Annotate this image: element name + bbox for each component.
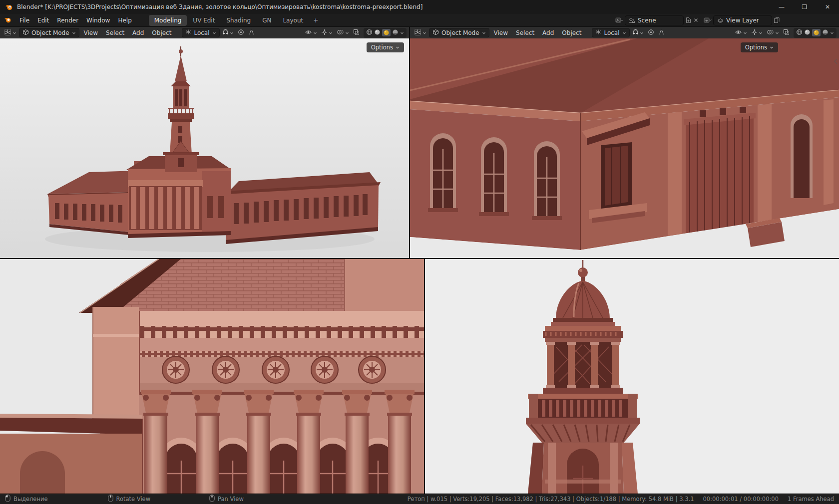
- viewport-header-left: Object Mode View Select Add Object Local: [0, 27, 409, 38]
- viewport-3d-top-left[interactable]: Options: [0, 38, 409, 258]
- portico-side-wall[interactable]: [93, 307, 139, 425]
- proportional-editing-button[interactable]: [236, 28, 246, 38]
- workspace-tab-uv-edit[interactable]: UV Edit: [187, 15, 220, 26]
- orientation-dropdown-left[interactable]: Local: [182, 28, 219, 37]
- solid-shading-icon[interactable]: [374, 29, 381, 37]
- browse-view-layer-icon[interactable]: [704, 17, 712, 24]
- add-workspace-button[interactable]: +: [309, 15, 322, 26]
- workspace-tab-layout[interactable]: Layout: [277, 15, 309, 26]
- xray-toggle-button[interactable]: [352, 28, 361, 38]
- editor-type-button[interactable]: [2, 27, 18, 38]
- menu-add-right[interactable]: Add: [539, 28, 557, 37]
- arched-windows[interactable]: [428, 133, 562, 220]
- chevron-down-icon: [759, 29, 763, 36]
- wireframe-shading-icon[interactable]: [366, 29, 373, 37]
- menu-add-left[interactable]: Add: [129, 28, 147, 37]
- workspace-tab-modeling[interactable]: Modeling: [149, 15, 187, 26]
- wireframe-shading-icon[interactable]: [796, 29, 803, 37]
- unlink-scene-icon[interactable]: [693, 17, 699, 23]
- workspace-tab-shading[interactable]: Shading: [221, 15, 256, 26]
- lantern-entablature[interactable]: [543, 326, 623, 342]
- visibility-button[interactable]: [303, 28, 319, 38]
- chevron-down-icon[interactable]: [400, 29, 404, 36]
- menu-help[interactable]: Help: [114, 15, 135, 25]
- copy-view-layer-icon[interactable]: [774, 17, 780, 23]
- minimize-button[interactable]: —: [770, 0, 793, 14]
- lower-wing-ledge[interactable]: [0, 414, 142, 494]
- proportional-circle-icon: [648, 29, 654, 37]
- menu-edit[interactable]: Edit: [33, 15, 53, 25]
- xray-toggle-button[interactable]: [782, 28, 791, 38]
- rendered-shading-icon[interactable]: [822, 29, 829, 37]
- viewport-3d-bottom-left[interactable]: [0, 259, 424, 494]
- proportional-editing-button[interactable]: [646, 28, 656, 38]
- falloff-curve-icon: [658, 29, 665, 37]
- solid-shading-icon[interactable]: [804, 29, 811, 37]
- menu-select-right[interactable]: Select: [512, 28, 538, 37]
- overlays-button[interactable]: [765, 28, 781, 38]
- menu-select-left[interactable]: Select: [102, 28, 128, 37]
- falloff-button[interactable]: [247, 28, 256, 38]
- snap-toggle-button[interactable]: [221, 28, 235, 38]
- gizmo-button[interactable]: [750, 28, 764, 38]
- rendered-shading-icon[interactable]: [392, 29, 399, 37]
- menu-render[interactable]: Render: [53, 15, 82, 25]
- view-layer-icon: [717, 17, 724, 23]
- new-scene-icon[interactable]: [685, 17, 692, 23]
- chevron-down-icon: [212, 29, 216, 36]
- view-layer-selector[interactable]: View Layer: [713, 15, 772, 25]
- menu-object-left[interactable]: Object: [148, 28, 175, 37]
- editor-type-button[interactable]: [413, 27, 428, 38]
- scene-full-building: [0, 38, 409, 258]
- chevron-down-icon: [329, 29, 333, 36]
- viewport-3d-top-right[interactable]: Options: [410, 38, 839, 258]
- menu-view-left[interactable]: View: [80, 28, 101, 37]
- corbel-zone[interactable]: [526, 424, 640, 443]
- hint-rotate: Rotate View: [108, 495, 151, 504]
- overlays-icon: [337, 29, 344, 37]
- viewport-area-bottom-right: [425, 259, 839, 494]
- close-button[interactable]: ✕: [816, 0, 839, 14]
- chevron-down-icon: [230, 29, 234, 36]
- orientation-axes-icon: [185, 29, 191, 36]
- chevron-down-icon: [770, 44, 774, 51]
- gizmo-button[interactable]: [320, 28, 334, 38]
- visibility-button[interactable]: [733, 28, 749, 38]
- orientation-dropdown-right[interactable]: Local: [592, 28, 629, 37]
- browse-scene-icon[interactable]: [615, 17, 623, 24]
- material-shading-icon[interactable]: [812, 29, 821, 36]
- topbar-right: Scene View Layer: [615, 15, 839, 25]
- snap-toggle-button[interactable]: [631, 28, 645, 38]
- tower-shaft[interactable]: [528, 443, 638, 494]
- sidebar-toggle-arrow[interactable]: [834, 57, 838, 67]
- frames-ahead: 1 Frames Ahead: [788, 496, 834, 503]
- mode-dropdown-left[interactable]: Object Mode: [19, 28, 79, 37]
- overlays-button[interactable]: [335, 28, 351, 38]
- chevron-down-icon: [345, 29, 349, 36]
- mode-cube-icon: [432, 29, 439, 37]
- menu-view-right[interactable]: View: [490, 28, 511, 37]
- blender-app-menu[interactable]: [0, 16, 15, 25]
- chevron-down-icon[interactable]: [830, 29, 834, 36]
- falloff-button[interactable]: [657, 28, 666, 38]
- options-dropdown[interactable]: Options: [367, 42, 404, 52]
- menu-object-right[interactable]: Object: [558, 28, 585, 37]
- workspace-tab-gn[interactable]: GN: [257, 15, 277, 26]
- mode-dropdown-right[interactable]: Object Mode: [429, 28, 489, 37]
- scene-statistics: Ретоп | w.015 | Verts:19,205 | Faces:13,…: [408, 496, 694, 503]
- scene-portico-closeup: [0, 259, 424, 494]
- scene-selector[interactable]: Scene: [625, 15, 684, 25]
- balustrade[interactable]: [526, 394, 640, 424]
- options-dropdown[interactable]: Options: [741, 42, 778, 52]
- viewport-3d-bottom-right[interactable]: [425, 259, 839, 494]
- material-shading-icon[interactable]: [382, 29, 391, 36]
- maximize-button[interactable]: ❒: [793, 0, 816, 14]
- chevron-down-icon: [640, 29, 644, 36]
- menu-file[interactable]: File: [15, 15, 33, 25]
- statusbar-stats: Ретоп | w.015 | Verts:19,205 | Faces:13,…: [408, 496, 834, 503]
- lantern[interactable]: [543, 342, 623, 394]
- chevron-down-icon: [482, 29, 486, 36]
- menu-window[interactable]: Window: [82, 15, 114, 25]
- overlays-icon: [767, 29, 774, 37]
- options-label: Options: [745, 44, 767, 51]
